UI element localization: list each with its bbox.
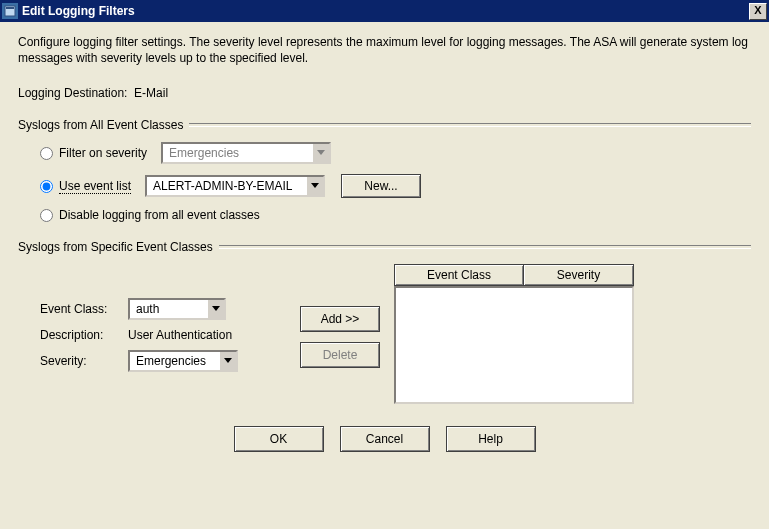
chevron-down-icon — [312, 144, 329, 162]
table-header-event-class[interactable]: Event Class — [394, 264, 524, 286]
group-all-title: Syslogs from All Event Classes — [18, 118, 183, 132]
svg-rect-1 — [6, 7, 14, 9]
chevron-down-icon[interactable] — [306, 177, 323, 195]
radio-filter-on-severity[interactable]: Filter on severity — [40, 146, 147, 160]
window-title: Edit Logging Filters — [22, 4, 749, 18]
help-button[interactable]: Help — [446, 426, 536, 452]
radio-filter-on-severity-label: Filter on severity — [59, 146, 147, 160]
close-button[interactable]: X — [749, 3, 767, 20]
chevron-down-icon[interactable] — [207, 300, 224, 318]
event-list-select[interactable]: ALERT-ADMIN-BY-EMAIL — [145, 175, 325, 197]
svg-marker-2 — [317, 150, 325, 155]
severity-select-specific-value: Emergencies — [130, 354, 219, 368]
radio-use-event-list-input[interactable] — [40, 180, 53, 193]
add-button[interactable]: Add >> — [300, 306, 380, 332]
radio-filter-on-severity-input[interactable] — [40, 147, 53, 160]
logging-destination-value: E-Mail — [134, 86, 168, 100]
divider-line — [219, 245, 751, 249]
severity-select-all-value: Emergencies — [163, 146, 312, 160]
title-bar: Edit Logging Filters X — [0, 0, 769, 22]
delete-button: Delete — [300, 342, 380, 368]
radio-disable-logging-label: Disable logging from all event classes — [59, 208, 260, 222]
radio-use-event-list[interactable]: Use event list — [40, 179, 131, 194]
svg-marker-3 — [311, 183, 319, 188]
ok-button[interactable]: OK — [234, 426, 324, 452]
severity-select-specific[interactable]: Emergencies — [128, 350, 238, 372]
table-header-severity[interactable]: Severity — [524, 264, 634, 286]
table-body[interactable] — [394, 286, 634, 404]
logging-destination-row: Logging Destination: E-Mail — [18, 86, 751, 100]
event-class-select[interactable]: auth — [128, 298, 226, 320]
table-header: Event Class Severity — [394, 264, 751, 286]
description-value: User Authentication — [128, 328, 232, 342]
radio-use-event-list-label: Use event list — [59, 179, 131, 194]
cancel-button[interactable]: Cancel — [340, 426, 430, 452]
description-label: Description: — [40, 328, 128, 342]
group-specific-header: Syslogs from Specific Event Classes — [18, 240, 751, 254]
svg-marker-5 — [224, 358, 232, 363]
group-all-header: Syslogs from All Event Classes — [18, 118, 751, 132]
divider-line — [189, 123, 751, 127]
radio-disable-logging-input[interactable] — [40, 209, 53, 222]
event-list-select-value: ALERT-ADMIN-BY-EMAIL — [147, 179, 306, 193]
severity-select-all: Emergencies — [161, 142, 331, 164]
logging-destination-label: Logging Destination: — [18, 86, 127, 100]
new-button[interactable]: New... — [341, 174, 421, 198]
dialog-button-bar: OK Cancel Help — [18, 426, 751, 452]
svg-marker-4 — [212, 306, 220, 311]
event-class-select-value: auth — [130, 302, 207, 316]
app-icon — [2, 3, 18, 19]
radio-disable-logging[interactable]: Disable logging from all event classes — [40, 208, 260, 222]
severity-label: Severity: — [40, 354, 128, 368]
event-class-label: Event Class: — [40, 302, 128, 316]
description-text: Configure logging filter settings. The s… — [18, 34, 751, 66]
chevron-down-icon[interactable] — [219, 352, 236, 370]
group-specific-title: Syslogs from Specific Event Classes — [18, 240, 213, 254]
